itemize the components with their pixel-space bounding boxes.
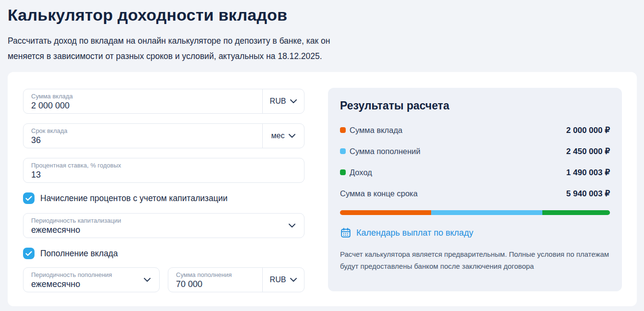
result-value: 5 940 003 ₽ (566, 189, 610, 199)
term-unit-select[interactable]: мес (262, 124, 304, 148)
result-value: 2 450 000 ₽ (566, 146, 610, 156)
replenishment-amount-input[interactable] (176, 278, 262, 289)
page-subtitle: Рассчитать доход по вкладам на онлайн ка… (8, 33, 358, 64)
deposit-amount-label: Сумма вклада (31, 93, 262, 100)
result-label: Сумма в конце срока (340, 189, 418, 198)
rate-field: Процентная ставка, % годовых (23, 158, 304, 183)
replenishment-amount-label: Сумма пополнения (176, 271, 262, 278)
chevron-down-icon (290, 99, 297, 103)
result-row-total: Сумма в конце срока 5 940 003 ₽ (340, 189, 610, 198)
term-label: Срок вклада (31, 127, 262, 134)
result-value: 2 000 000 ₽ (566, 125, 610, 135)
capitalization-period-value: ежемесячно (31, 224, 285, 235)
replenishment-currency-select[interactable]: RUB (262, 268, 304, 292)
replenishment-period-value: ежемесячно (31, 278, 140, 289)
term-field: Срок вклада мес (23, 123, 304, 148)
result-row-income: Доход 1 490 003 ₽ (340, 168, 610, 177)
deposit-amount-field: Сумма вклада RUB (23, 89, 304, 114)
result-value: 1 490 003 ₽ (566, 167, 610, 178)
checkbox-checked-icon (23, 192, 35, 204)
capitalization-checkbox-label: Начисление процентов с учетом капитализа… (40, 193, 227, 203)
capitalization-period-select[interactable]: Периодичность капитализации ежемесячно (23, 213, 304, 238)
replenishment-checkbox-label: Пополнение вклада (40, 249, 118, 259)
results-title: Результаты расчета (340, 99, 610, 112)
checkbox-checked-icon (23, 248, 35, 259)
deposit-currency-select[interactable]: RUB (262, 89, 304, 113)
bar-segment-income (542, 210, 610, 215)
replenishment-row: Периодичность пополнения ежемесячно Сумм… (23, 267, 304, 292)
legend-dot-orange (340, 127, 346, 133)
legend-dot-blue (340, 148, 346, 154)
bar-segment-replenishments (431, 210, 542, 215)
calendar-icon (340, 227, 351, 239)
bar-segment-deposit (340, 210, 431, 215)
page-header: Калькулятор доходности вкладов Рассчитат… (0, 0, 644, 64)
calculator-card: Сумма вклада RUB Срок вклада мес (8, 72, 637, 306)
calculator-form: Сумма вклада RUB Срок вклада мес (23, 89, 304, 292)
stacked-bar (340, 210, 610, 215)
replenishment-amount-field: Сумма пополнения RUB (168, 267, 304, 292)
result-label: Сумма пополнений (350, 147, 421, 156)
term-input[interactable] (31, 134, 262, 145)
rate-input[interactable] (31, 169, 304, 180)
results-panel: Результаты расчета Сумма вклада 2 000 00… (328, 88, 622, 291)
disclaimer-text: Расчет калькулятора является предварител… (340, 248, 610, 272)
chevron-down-icon (289, 134, 295, 138)
result-label: Доход (350, 168, 372, 177)
deposit-amount-input[interactable] (31, 100, 262, 111)
chevron-down-icon (144, 278, 151, 282)
page-title: Калькулятор доходности вкладов (8, 6, 636, 24)
replenishment-period-label: Периодичность пополнения (31, 271, 140, 278)
deposit-currency-value: RUB (270, 97, 286, 106)
legend-dot-green (340, 169, 346, 175)
chevron-down-icon (289, 224, 295, 227)
chevron-down-icon (290, 278, 297, 282)
replenishment-currency-value: RUB (270, 275, 286, 284)
payout-calendar-link-label: Календарь выплат по вкладу (356, 228, 473, 238)
capitalization-checkbox[interactable]: Начисление процентов с учетом капитализа… (23, 192, 304, 204)
replenishment-checkbox[interactable]: Пополнение вклада (23, 248, 304, 259)
replenishment-period-select[interactable]: Периодичность пополнения ежемесячно (23, 267, 160, 292)
result-label: Сумма вклада (350, 126, 402, 135)
rate-label: Процентная ставка, % годовых (31, 162, 304, 169)
result-row-deposit: Сумма вклада 2 000 000 ₽ (340, 126, 610, 134)
result-row-replenishments: Сумма пополнений 2 450 000 ₽ (340, 147, 610, 156)
term-unit-value: мес (271, 132, 285, 140)
capitalization-period-label: Периодичность капитализации (31, 217, 285, 224)
payout-calendar-link[interactable]: Календарь выплат по вкладу (340, 227, 473, 239)
